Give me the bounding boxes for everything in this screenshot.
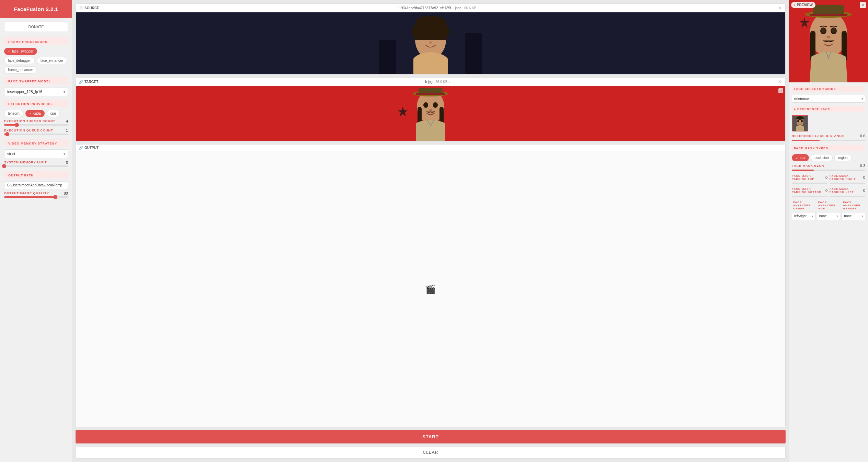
chip-face-enhancer[interactable]: face_enhancer xyxy=(37,57,67,64)
chip-tensorrt[interactable]: tensorrt xyxy=(4,110,23,117)
donate-button[interactable]: DONATE xyxy=(4,22,68,32)
start-button[interactable]: START xyxy=(76,430,786,443)
chip-mask-occlusion[interactable]: occlusion xyxy=(811,154,833,161)
execution-queue-count-value: 1 xyxy=(66,128,68,132)
reference-face-label: ● REFERENCE FACE xyxy=(792,106,865,112)
output-label: OUTPUT xyxy=(84,146,99,150)
face-swapper-model-select[interactable]: inswapper_128_fp16 xyxy=(4,87,68,96)
svg-point-37 xyxy=(796,116,804,120)
output-image-quality-row: OUTPUT IMAGE QUALITY 80 xyxy=(0,190,72,200)
chip-cuda[interactable]: ✓ cuda xyxy=(25,110,45,117)
chip-face-debugger[interactable]: face_debugger xyxy=(4,57,35,64)
target-expand-button[interactable]: ⤢ xyxy=(778,88,783,93)
source-title: 📄 SOURCE xyxy=(79,6,99,10)
source-card: 📄 SOURCE 119341eec9fa4718877a921efc785f.… xyxy=(76,3,786,74)
source-image-svg xyxy=(76,12,785,74)
face-analyser-gender-select[interactable]: none xyxy=(842,212,865,220)
chip-label: face_enhancer xyxy=(41,59,63,62)
chip-label: cuda xyxy=(33,112,41,115)
face-mask-padding-bottom-label: FACE MASK PADDING BOTTOM xyxy=(792,187,825,194)
execution-providers-label: EXECUTION PROVIDERS xyxy=(4,100,68,107)
chip-mask-box[interactable]: ✓ box xyxy=(792,154,809,161)
output-body: 🎬 xyxy=(76,151,785,427)
chip-label: frame_enhancer xyxy=(8,68,33,72)
source-close-button[interactable]: ✕ xyxy=(777,5,783,11)
system-memory-limit-label: SYSTEM MEMORY LIMIT xyxy=(4,161,47,164)
svg-point-34 xyxy=(826,36,831,38)
system-memory-limit-value: 0 xyxy=(66,160,68,164)
face-mask-padding-right-col: FACE MASK PADDING RIGHT 0 xyxy=(830,174,865,185)
execution-thread-count-value: 4 xyxy=(66,119,68,123)
face-analyser-age-col: FACE ANALYSER AGE none xyxy=(817,200,841,220)
face-mask-padding-top-value: 0 xyxy=(825,175,827,180)
svg-point-38 xyxy=(797,120,799,123)
execution-thread-count-thumb xyxy=(15,123,19,127)
system-memory-limit-track[interactable] xyxy=(4,165,68,167)
face-mask-types-label: FACE MASK TYPES xyxy=(792,145,865,151)
target-card-header: 🔗 TARGET b.jpg 26.0 KB ↓ ✕ xyxy=(76,78,785,86)
face-analyser-gender-label: FACE ANALYSER GENDER xyxy=(842,200,865,211)
output-image-quality-track[interactable] xyxy=(4,196,68,198)
execution-thread-count-label: EXECUTION THREAD COUNT xyxy=(4,119,55,123)
reference-face-thumbnail[interactable] xyxy=(792,115,808,131)
target-close-button[interactable]: ✕ xyxy=(777,79,783,84)
preview-image-svg xyxy=(789,0,868,82)
video-memory-strategy-select[interactable]: strict xyxy=(4,149,68,158)
preview-card: ● PREVIEW ✕ xyxy=(789,0,868,82)
output-icon: 🔗 xyxy=(79,146,83,150)
target-filesize: 26.0 KB ↓ xyxy=(435,80,450,84)
face-mask-padding-left-value: 0 xyxy=(863,188,865,193)
svg-rect-9 xyxy=(465,33,482,74)
execution-thread-count-track[interactable] xyxy=(4,124,68,126)
link-icon: 🔗 xyxy=(79,80,83,84)
chip-frame-enhancer[interactable]: frame_enhancer xyxy=(4,66,37,73)
svg-rect-27 xyxy=(810,14,847,16)
svg-point-18 xyxy=(423,102,428,108)
output-image-quality-label: OUTPUT IMAGE QUALITY xyxy=(4,192,49,195)
output-image-quality-thumb xyxy=(53,195,57,199)
face-mask-padding-right-track[interactable] xyxy=(830,183,865,184)
face-mask-padding-left-track[interactable] xyxy=(830,196,865,197)
reference-face-text: REFERENCE FACE xyxy=(797,107,830,111)
frame-processors-label: FRAME PROCESSORS xyxy=(4,37,68,45)
face-analyser-age-label: FACE ANALYSER AGE xyxy=(817,200,841,211)
execution-queue-count-track[interactable] xyxy=(4,134,68,135)
system-memory-limit-row: SYSTEM MEMORY LIMIT 0 xyxy=(0,160,72,169)
svg-point-20 xyxy=(429,109,432,111)
chip-label: tensorrt xyxy=(8,112,20,115)
output-path-input[interactable] xyxy=(4,181,68,189)
chip-mask-region[interactable]: region xyxy=(834,154,852,161)
left-panel: FaceFusion 2.2.1 DONATE FRAME PROCESSORS… xyxy=(0,0,72,462)
clear-button[interactable]: CLEAR xyxy=(76,446,786,459)
face-analyser-row: FACE ANALYSER ORDER left-right FACE ANAL… xyxy=(792,200,865,220)
output-path-row xyxy=(0,180,72,190)
face-mask-padding-top-col: FACE MASK PADDING TOP 0 xyxy=(792,174,827,185)
face-mask-padding-bottom-track[interactable] xyxy=(792,196,827,197)
chip-label: face_debugger xyxy=(8,59,31,62)
face-mask-padding-top-track[interactable] xyxy=(792,183,827,184)
face-mask-blur-track[interactable] xyxy=(792,170,865,171)
execution-providers-group: tensorrt ✓ cuda cpu xyxy=(0,108,72,118)
source-label: SOURCE xyxy=(84,6,99,10)
chip-face-swapper[interactable]: ✓ face_swapper xyxy=(4,48,37,55)
video-memory-strategy-row: strict xyxy=(0,148,72,160)
face-mask-padding-bottom-left-row: FACE MASK PADDING BOTTOM 0 FACE MASK PAD… xyxy=(792,187,865,198)
reference-face-distance-track[interactable] xyxy=(792,140,865,141)
face-selector-mode-select[interactable]: reference xyxy=(792,95,865,103)
face-mask-padding-right-label: FACE MASK PADDING RIGHT xyxy=(830,174,863,181)
output-path-label: OUTPUT PATH xyxy=(4,171,68,178)
face-analyser-order-col: FACE ANALYSER ORDER left-right xyxy=(792,200,815,220)
preview-close-button[interactable]: ✕ xyxy=(860,2,866,8)
face-mask-blur-header: FACE MASK BLUR 0.3 xyxy=(792,163,865,168)
chip-cpu[interactable]: cpu xyxy=(47,110,60,117)
face-mask-padding-bottom-header: FACE MASK PADDING BOTTOM 0 xyxy=(792,187,827,194)
output-image-quality-header: OUTPUT IMAGE QUALITY 80 xyxy=(4,191,68,195)
face-mask-padding-left-header: FACE MASK PADDING LEFT 0 xyxy=(830,187,865,194)
face-swapper-model-wrapper: inswapper_128_fp16 xyxy=(4,87,68,96)
video-memory-strategy-wrapper: strict xyxy=(4,149,68,158)
face-analyser-order-select[interactable]: left-right xyxy=(792,212,815,220)
face-selector-mode-wrapper: reference xyxy=(792,95,865,103)
face-analyser-age-select[interactable]: none xyxy=(817,212,841,220)
execution-thread-count-header: EXECUTION THREAD COUNT 4 xyxy=(4,119,68,123)
chip-label: box xyxy=(800,156,805,160)
